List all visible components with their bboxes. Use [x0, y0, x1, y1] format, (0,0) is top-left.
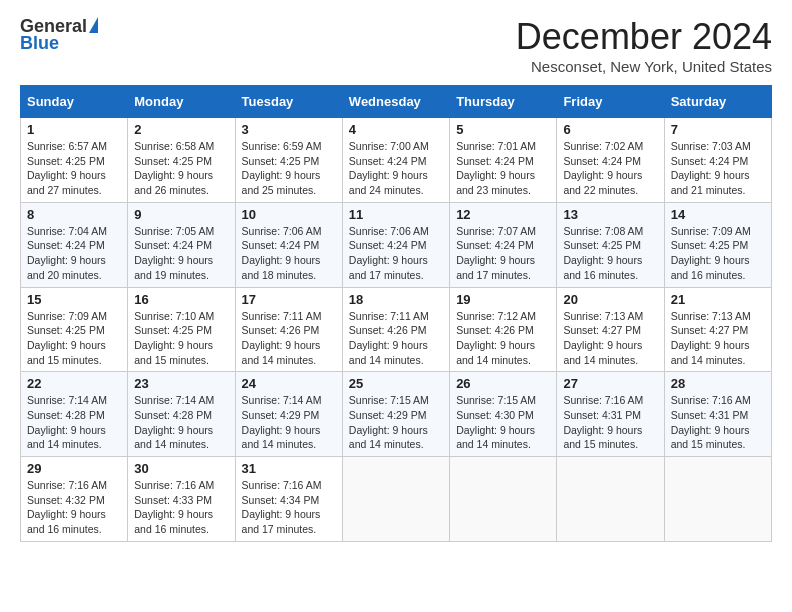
day-number: 13 — [563, 207, 657, 222]
day-info: Sunrise: 7:09 AMSunset: 4:25 PMDaylight:… — [671, 225, 751, 281]
day-info: Sunrise: 7:12 AMSunset: 4:26 PMDaylight:… — [456, 310, 536, 366]
calendar-title: December 2024 — [516, 16, 772, 58]
day-info: Sunrise: 7:10 AMSunset: 4:25 PMDaylight:… — [134, 310, 214, 366]
title-block: December 2024 Nesconset, New York, Unite… — [516, 16, 772, 75]
logo-triangle-icon — [89, 17, 98, 33]
day-info: Sunrise: 6:59 AMSunset: 4:25 PMDaylight:… — [242, 140, 322, 196]
day-number: 30 — [134, 461, 228, 476]
calendar-week-row: 1 Sunrise: 6:57 AMSunset: 4:25 PMDayligh… — [21, 118, 772, 203]
day-number: 6 — [563, 122, 657, 137]
day-number: 23 — [134, 376, 228, 391]
day-info: Sunrise: 6:58 AMSunset: 4:25 PMDaylight:… — [134, 140, 214, 196]
day-number: 5 — [456, 122, 550, 137]
calendar-cell: 27 Sunrise: 7:16 AMSunset: 4:31 PMDaylig… — [557, 372, 664, 457]
calendar-cell — [557, 457, 664, 542]
calendar-cell: 3 Sunrise: 6:59 AMSunset: 4:25 PMDayligh… — [235, 118, 342, 203]
calendar-cell: 10 Sunrise: 7:06 AMSunset: 4:24 PMDaylig… — [235, 202, 342, 287]
weekday-header-monday: Monday — [128, 86, 235, 118]
calendar-cell: 4 Sunrise: 7:00 AMSunset: 4:24 PMDayligh… — [342, 118, 449, 203]
day-info: Sunrise: 7:14 AMSunset: 4:28 PMDaylight:… — [134, 394, 214, 450]
day-info: Sunrise: 7:03 AMSunset: 4:24 PMDaylight:… — [671, 140, 751, 196]
day-info: Sunrise: 7:13 AMSunset: 4:27 PMDaylight:… — [671, 310, 751, 366]
weekday-header-saturday: Saturday — [664, 86, 771, 118]
day-number: 3 — [242, 122, 336, 137]
calendar-cell: 16 Sunrise: 7:10 AMSunset: 4:25 PMDaylig… — [128, 287, 235, 372]
day-info: Sunrise: 7:07 AMSunset: 4:24 PMDaylight:… — [456, 225, 536, 281]
calendar-cell: 14 Sunrise: 7:09 AMSunset: 4:25 PMDaylig… — [664, 202, 771, 287]
calendar-cell: 8 Sunrise: 7:04 AMSunset: 4:24 PMDayligh… — [21, 202, 128, 287]
calendar-week-row: 8 Sunrise: 7:04 AMSunset: 4:24 PMDayligh… — [21, 202, 772, 287]
calendar-cell: 15 Sunrise: 7:09 AMSunset: 4:25 PMDaylig… — [21, 287, 128, 372]
calendar-cell — [664, 457, 771, 542]
calendar-cell: 17 Sunrise: 7:11 AMSunset: 4:26 PMDaylig… — [235, 287, 342, 372]
day-number: 12 — [456, 207, 550, 222]
logo: General Blue — [20, 16, 98, 54]
day-number: 9 — [134, 207, 228, 222]
day-info: Sunrise: 6:57 AMSunset: 4:25 PMDaylight:… — [27, 140, 107, 196]
day-number: 20 — [563, 292, 657, 307]
day-number: 16 — [134, 292, 228, 307]
day-info: Sunrise: 7:15 AMSunset: 4:29 PMDaylight:… — [349, 394, 429, 450]
calendar-cell: 7 Sunrise: 7:03 AMSunset: 4:24 PMDayligh… — [664, 118, 771, 203]
day-number: 4 — [349, 122, 443, 137]
weekday-header-row: SundayMondayTuesdayWednesdayThursdayFrid… — [21, 86, 772, 118]
calendar-cell: 2 Sunrise: 6:58 AMSunset: 4:25 PMDayligh… — [128, 118, 235, 203]
weekday-header-friday: Friday — [557, 86, 664, 118]
calendar-cell — [342, 457, 449, 542]
day-number: 28 — [671, 376, 765, 391]
calendar-cell: 9 Sunrise: 7:05 AMSunset: 4:24 PMDayligh… — [128, 202, 235, 287]
day-info: Sunrise: 7:16 AMSunset: 4:32 PMDaylight:… — [27, 479, 107, 535]
day-info: Sunrise: 7:01 AMSunset: 4:24 PMDaylight:… — [456, 140, 536, 196]
weekday-header-thursday: Thursday — [450, 86, 557, 118]
day-number: 17 — [242, 292, 336, 307]
day-number: 7 — [671, 122, 765, 137]
day-info: Sunrise: 7:11 AMSunset: 4:26 PMDaylight:… — [349, 310, 429, 366]
day-info: Sunrise: 7:05 AMSunset: 4:24 PMDaylight:… — [134, 225, 214, 281]
day-number: 10 — [242, 207, 336, 222]
weekday-header-sunday: Sunday — [21, 86, 128, 118]
day-number: 18 — [349, 292, 443, 307]
calendar-cell: 1 Sunrise: 6:57 AMSunset: 4:25 PMDayligh… — [21, 118, 128, 203]
day-number: 19 — [456, 292, 550, 307]
day-number: 26 — [456, 376, 550, 391]
day-info: Sunrise: 7:04 AMSunset: 4:24 PMDaylight:… — [27, 225, 107, 281]
day-number: 8 — [27, 207, 121, 222]
day-info: Sunrise: 7:11 AMSunset: 4:26 PMDaylight:… — [242, 310, 322, 366]
calendar-week-row: 29 Sunrise: 7:16 AMSunset: 4:32 PMDaylig… — [21, 457, 772, 542]
day-info: Sunrise: 7:14 AMSunset: 4:28 PMDaylight:… — [27, 394, 107, 450]
calendar-cell: 6 Sunrise: 7:02 AMSunset: 4:24 PMDayligh… — [557, 118, 664, 203]
calendar-cell: 31 Sunrise: 7:16 AMSunset: 4:34 PMDaylig… — [235, 457, 342, 542]
calendar-cell: 29 Sunrise: 7:16 AMSunset: 4:32 PMDaylig… — [21, 457, 128, 542]
logo-blue-text: Blue — [20, 33, 59, 54]
header: General Blue December 2024 Nesconset, Ne… — [20, 16, 772, 75]
day-info: Sunrise: 7:16 AMSunset: 4:33 PMDaylight:… — [134, 479, 214, 535]
day-info: Sunrise: 7:16 AMSunset: 4:31 PMDaylight:… — [563, 394, 643, 450]
day-info: Sunrise: 7:08 AMSunset: 4:25 PMDaylight:… — [563, 225, 643, 281]
day-info: Sunrise: 7:14 AMSunset: 4:29 PMDaylight:… — [242, 394, 322, 450]
day-number: 22 — [27, 376, 121, 391]
calendar-cell: 19 Sunrise: 7:12 AMSunset: 4:26 PMDaylig… — [450, 287, 557, 372]
day-info: Sunrise: 7:02 AMSunset: 4:24 PMDaylight:… — [563, 140, 643, 196]
day-info: Sunrise: 7:06 AMSunset: 4:24 PMDaylight:… — [242, 225, 322, 281]
day-info: Sunrise: 7:15 AMSunset: 4:30 PMDaylight:… — [456, 394, 536, 450]
calendar-cell: 26 Sunrise: 7:15 AMSunset: 4:30 PMDaylig… — [450, 372, 557, 457]
calendar-cell: 13 Sunrise: 7:08 AMSunset: 4:25 PMDaylig… — [557, 202, 664, 287]
calendar-week-row: 15 Sunrise: 7:09 AMSunset: 4:25 PMDaylig… — [21, 287, 772, 372]
calendar-cell: 30 Sunrise: 7:16 AMSunset: 4:33 PMDaylig… — [128, 457, 235, 542]
day-info: Sunrise: 7:06 AMSunset: 4:24 PMDaylight:… — [349, 225, 429, 281]
calendar-cell: 21 Sunrise: 7:13 AMSunset: 4:27 PMDaylig… — [664, 287, 771, 372]
day-number: 15 — [27, 292, 121, 307]
day-number: 27 — [563, 376, 657, 391]
day-number: 31 — [242, 461, 336, 476]
day-number: 1 — [27, 122, 121, 137]
calendar-cell: 28 Sunrise: 7:16 AMSunset: 4:31 PMDaylig… — [664, 372, 771, 457]
calendar-cell: 20 Sunrise: 7:13 AMSunset: 4:27 PMDaylig… — [557, 287, 664, 372]
calendar-cell — [450, 457, 557, 542]
day-info: Sunrise: 7:16 AMSunset: 4:31 PMDaylight:… — [671, 394, 751, 450]
calendar-subtitle: Nesconset, New York, United States — [516, 58, 772, 75]
calendar-cell: 18 Sunrise: 7:11 AMSunset: 4:26 PMDaylig… — [342, 287, 449, 372]
calendar-cell: 5 Sunrise: 7:01 AMSunset: 4:24 PMDayligh… — [450, 118, 557, 203]
calendar-cell: 25 Sunrise: 7:15 AMSunset: 4:29 PMDaylig… — [342, 372, 449, 457]
calendar-cell: 22 Sunrise: 7:14 AMSunset: 4:28 PMDaylig… — [21, 372, 128, 457]
day-number: 24 — [242, 376, 336, 391]
